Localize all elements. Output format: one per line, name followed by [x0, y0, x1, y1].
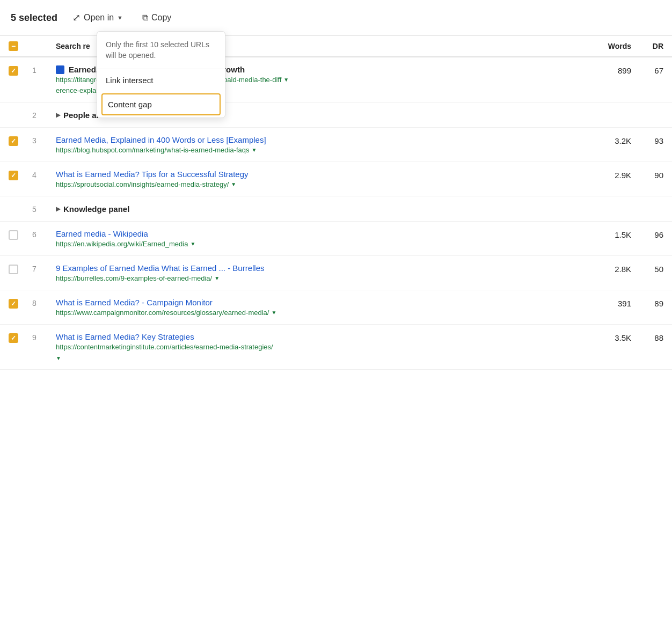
- row-9-url: https://contentmarketinginstitute.com/ar…: [56, 343, 273, 351]
- row-7-checkbox[interactable]: [9, 265, 18, 274]
- row-4-url: https://sproutsocial.com/insights/earned…: [56, 180, 229, 188]
- expand-icon-2[interactable]: ▶: [56, 112, 60, 119]
- table-row: 6 Earned media - Wikipedia https://en.wi…: [0, 222, 672, 256]
- select-all-checkbox[interactable]: [9, 41, 18, 51]
- content-gap-item[interactable]: Content gap: [101, 93, 221, 115]
- open-in-button[interactable]: ⤢ Open in ▼: [68, 10, 127, 26]
- row-num-4: 4: [32, 170, 56, 179]
- row-8-content: What is Earned Media? - Campaign Monitor…: [56, 298, 588, 317]
- domain-icon-1: [56, 65, 64, 74]
- row-3-words: 3.2K: [588, 135, 631, 145]
- row-8-url: https://www.campaignmonitor.com/resource…: [56, 309, 269, 317]
- row-3-url: https://blog.hubspot.com/marketing/what-…: [56, 146, 250, 154]
- copy-icon: ⧉: [142, 13, 148, 23]
- checkbox-cell-8[interactable]: [9, 298, 32, 309]
- checkbox-cell-3[interactable]: [9, 135, 32, 146]
- row-num-9: 9: [32, 332, 56, 342]
- row-6-url: https://en.wikipedia.org/wiki/Earned_med…: [56, 240, 188, 248]
- row-4-content: What is Earned Media? Tips for a Success…: [56, 170, 588, 188]
- row-7-content: 9 Examples of Earned Media What is Earne…: [56, 263, 588, 282]
- table-row: 9 What is Earned Media? Key Strategies h…: [0, 325, 672, 370]
- group-label-5: ▶ Knowledge panel: [56, 204, 588, 214]
- url-dropdown-icon-7[interactable]: ▼: [214, 275, 220, 281]
- expand-icon-5[interactable]: ▶: [56, 206, 60, 213]
- toolbar: 5 selected ⤢ Open in ▼ ⧉ Copy Only the f…: [0, 0, 672, 36]
- table-row: 4 What is Earned Media? Tips for a Succe…: [0, 162, 672, 196]
- row-num-7: 7: [32, 263, 56, 273]
- row-4-checkbox[interactable]: [9, 171, 18, 180]
- row-7-words: 2.8K: [588, 263, 631, 274]
- chevron-down-icon: ▼: [117, 14, 123, 21]
- row-3-dr: 93: [631, 135, 663, 145]
- row-1-dr: 67: [631, 65, 663, 75]
- open-in-dropdown: Only the first 10 selected URLs will be …: [97, 31, 225, 118]
- row-6-content: Earned media - Wikipedia https://en.wiki…: [56, 229, 588, 248]
- url-dropdown-icon-4[interactable]: ▼: [231, 181, 236, 187]
- url-dropdown-icon-1[interactable]: ▼: [283, 77, 289, 83]
- checkbox-cell-9[interactable]: [9, 332, 32, 343]
- group-row-5: 5 ▶ Knowledge panel: [0, 196, 672, 222]
- row-7-dr: 50: [631, 263, 663, 274]
- words-header: Words: [588, 42, 631, 50]
- checkbox-cell-6[interactable]: [9, 229, 32, 240]
- row-3-content: Earned Media, Explained in 400 Words or …: [56, 135, 588, 154]
- row-9-title[interactable]: What is Earned Media? Key Strategies: [56, 332, 588, 341]
- group-label-text-5: Knowledge panel: [63, 204, 129, 214]
- dropdown-note: Only the first 10 selected URLs will be …: [97, 32, 225, 69]
- row-9-checkbox[interactable]: [9, 333, 18, 343]
- row-6-checkbox[interactable]: [9, 230, 18, 240]
- checkbox-cell-7[interactable]: [9, 263, 32, 274]
- row-num-3: 3: [32, 135, 56, 145]
- row-8-dr: 89: [631, 298, 663, 308]
- copy-label: Copy: [151, 13, 171, 23]
- row-4-words: 2.9K: [588, 170, 631, 180]
- row-7-title[interactable]: 9 Examples of Earned Media What is Earne…: [56, 263, 588, 273]
- url-dropdown-icon-3[interactable]: ▼: [252, 147, 257, 153]
- selected-count: 5 selected: [11, 12, 57, 24]
- group-num-5: 5: [32, 204, 56, 214]
- row-1-checkbox[interactable]: [9, 66, 18, 76]
- row-6-words: 1.5K: [588, 229, 631, 239]
- row-9-dr: 88: [631, 332, 663, 342]
- row-num-8: 8: [32, 298, 56, 307]
- dr-header: DR: [631, 42, 663, 50]
- table-row: 8 What is Earned Media? - Campaign Monit…: [0, 290, 672, 325]
- url-dropdown-icon-6[interactable]: ▼: [190, 241, 195, 247]
- checkbox-cell-1[interactable]: [9, 65, 32, 76]
- row-4-title[interactable]: What is Earned Media? Tips for a Success…: [56, 170, 588, 179]
- row-8-title[interactable]: What is Earned Media? - Campaign Monitor: [56, 298, 588, 307]
- table-row: 3 Earned Media, Explained in 400 Words o…: [0, 128, 672, 162]
- checkbox-cell-4[interactable]: [9, 170, 32, 180]
- open-in-label: Open in: [84, 13, 114, 23]
- url-dropdown-icon-9[interactable]: ▼: [56, 355, 61, 361]
- row-9-content: What is Earned Media? Key Strategies htt…: [56, 332, 588, 362]
- row-num-6: 6: [32, 229, 56, 239]
- row-6-title[interactable]: Earned media - Wikipedia: [56, 229, 588, 238]
- copy-button[interactable]: ⧉ Copy: [138, 11, 176, 25]
- row-8-words: 391: [588, 298, 631, 308]
- row-7-url: https://burrelles.com/9-examples-of-earn…: [56, 274, 212, 282]
- table-row: 7 9 Examples of Earned Media What is Ear…: [0, 256, 672, 290]
- open-external-icon: ⤢: [72, 12, 81, 24]
- link-intersect-item[interactable]: Link intersect: [97, 69, 225, 91]
- row-9-words: 3.5K: [588, 332, 631, 342]
- row-3-checkbox[interactable]: [9, 136, 18, 146]
- row-3-title[interactable]: Earned Media, Explained in 400 Words or …: [56, 135, 588, 144]
- row-8-checkbox[interactable]: [9, 299, 18, 309]
- row-6-dr: 96: [631, 229, 663, 239]
- url-dropdown-icon-8[interactable]: ▼: [271, 310, 276, 316]
- row-4-dr: 90: [631, 170, 663, 180]
- group-num-2: 2: [32, 110, 56, 120]
- row-num-1: 1: [32, 65, 56, 75]
- row-1-words: 899: [588, 65, 631, 75]
